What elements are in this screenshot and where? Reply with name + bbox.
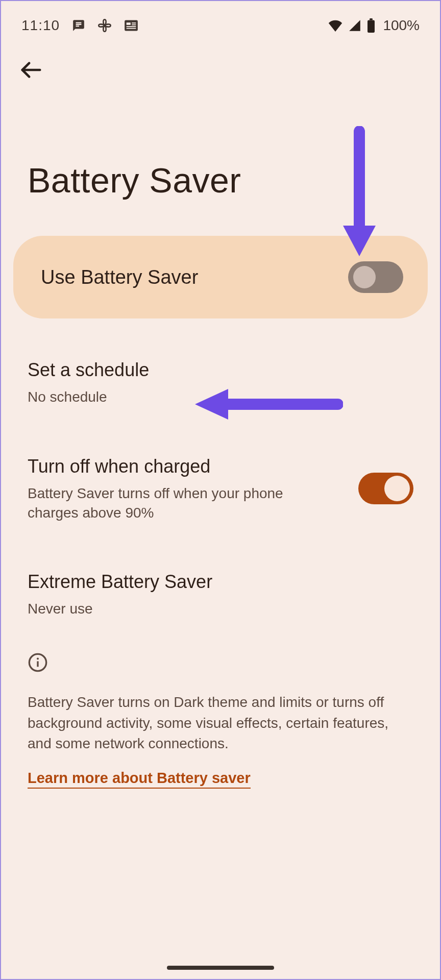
back-button[interactable]: [19, 58, 43, 82]
use-battery-saver-label: Use Battery Saver: [41, 266, 198, 288]
photos-icon: [97, 18, 112, 33]
battery-percentage: 100%: [383, 17, 420, 34]
extreme-battery-saver-row[interactable]: Extreme Battery Saver Never use: [28, 546, 413, 642]
message-icon: [72, 19, 85, 32]
set-schedule-sub: No schedule: [28, 387, 413, 407]
extreme-title: Extreme Battery Saver: [28, 570, 413, 593]
info-block: Battery Saver turns on Dark theme and li…: [1, 642, 440, 789]
settings-list: Set a schedule No schedule Turn off when…: [1, 318, 440, 642]
turn-off-when-charged-row[interactable]: Turn off when charged Battery Saver turn…: [28, 430, 413, 546]
turn-off-when-charged-toggle[interactable]: [358, 473, 413, 504]
turn-off-title: Turn off when charged: [28, 455, 338, 478]
svg-rect-6: [368, 20, 375, 33]
svg-rect-2: [132, 22, 136, 23]
cellular-icon: [348, 19, 361, 32]
status-time: 11:10: [21, 17, 60, 34]
svg-rect-7: [370, 18, 373, 20]
svg-rect-4: [127, 26, 136, 27]
use-battery-saver-toggle[interactable]: [348, 261, 403, 293]
status-bar: 11:10 100%: [1, 1, 440, 41]
news-icon: [124, 19, 138, 32]
status-right-group: 100%: [328, 17, 420, 34]
learn-more-link[interactable]: Learn more about Battery saver: [28, 770, 251, 789]
set-schedule-title: Set a schedule: [28, 358, 413, 381]
toolbar: [1, 41, 440, 84]
svg-rect-0: [125, 20, 138, 31]
turn-off-sub: Battery Saver turns off when your phone …: [28, 484, 313, 523]
extreme-sub: Never use: [28, 599, 413, 619]
battery-icon: [366, 18, 376, 33]
svg-rect-1: [127, 22, 131, 25]
use-battery-saver-row[interactable]: Use Battery Saver: [13, 236, 428, 318]
page-title: Battery Saver: [1, 84, 440, 236]
set-schedule-row[interactable]: Set a schedule No schedule: [28, 334, 413, 430]
svg-point-11: [37, 658, 39, 660]
info-icon: [28, 652, 413, 675]
svg-rect-3: [132, 24, 136, 26]
wifi-icon: [328, 19, 343, 32]
svg-rect-5: [127, 28, 136, 29]
info-text: Battery Saver turns on Dark theme and li…: [28, 692, 413, 754]
gesture-nav-bar[interactable]: [167, 966, 274, 970]
status-left-group: 11:10: [21, 17, 138, 34]
